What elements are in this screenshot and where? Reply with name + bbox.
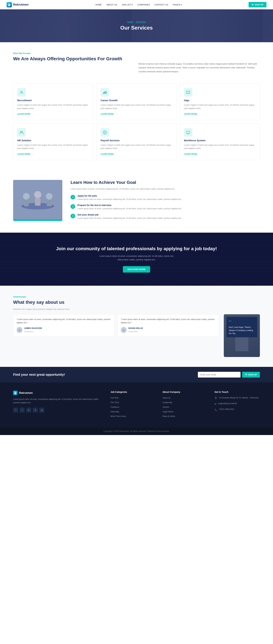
service-card-gigs: Gigs Luctus magnis ut taciti nam augue a… (180, 83, 260, 120)
about-link-news[interactable]: News & Article (162, 415, 175, 418)
list-item: Leadership (162, 401, 208, 404)
testi-tag: Testimonials (13, 296, 260, 298)
list-item: Full Time (111, 396, 156, 399)
signup-button[interactable]: SIGN UP (249, 2, 267, 8)
facebook-icon[interactable]: f (13, 408, 18, 412)
instagram-icon[interactable]: ig (39, 408, 44, 412)
gigs-link[interactable]: LEARN MORE → (184, 113, 200, 115)
list-item: Legal Notice (162, 410, 208, 413)
step-1-desc: Lorem ipsum dolor sit amet, consectetur … (77, 198, 182, 201)
recruitment-title: Recruitment (17, 99, 89, 102)
recruitment-link[interactable]: LEARN MORE → (17, 113, 33, 115)
step-3-title: Get your dream job (77, 214, 182, 216)
list-item: Careers (162, 406, 208, 408)
hero-title: Our Services (120, 25, 153, 31)
nav-companies[interactable]: COMPANIES (137, 4, 150, 6)
svg-rect-5 (104, 92, 105, 94)
svg-rect-15 (24, 200, 29, 206)
career-desc: Luctus magnis ut taciti nam augue arcu a… (101, 103, 172, 110)
hr-link[interactable]: LEARN MORE → (17, 153, 33, 155)
nav-home[interactable]: HOME (95, 4, 102, 6)
svg-rect-6 (106, 91, 106, 94)
service-card-payroll: Payroll Services Luctus magnis ut taciti… (96, 124, 177, 160)
recruitment-icon (17, 88, 26, 96)
testi-header: Testimonials What they say about us Sene… (13, 296, 260, 310)
testi-card-2: "Lorem ipsum dolor sit amet, consectetur… (117, 314, 219, 336)
nav-about[interactable]: ABOUT US (106, 4, 117, 6)
job-link-fulltime[interactable]: Full Time (111, 397, 119, 399)
testi-author-1: JAMES ISAACSON Designation. (16, 326, 111, 333)
copyright-text: Copyright © 2023 Rekrutmen, All rights r… (103, 430, 170, 432)
linkedin-icon[interactable]: in (26, 408, 31, 412)
footer-main: Rekrutmen Lorem ipsum dolor sit amet, co… (0, 382, 273, 428)
service-card-workforce: Workforce System Luctus magnis ut taciti… (180, 124, 260, 160)
workforce-link[interactable]: LEARN MORE → (184, 153, 200, 155)
career-link[interactable]: LEARN MORE → (101, 113, 116, 115)
provide-section: What We Provide We Are Always Offering O… (0, 42, 273, 83)
about-link-about[interactable]: About Us (162, 397, 170, 399)
payroll-title: Payroll Services (101, 139, 172, 142)
contact-title: Get In Touch (215, 391, 260, 393)
career-title: Career Growth (101, 99, 172, 102)
service-card-recruitment: Recruitment Luctus magnis ut taciti nam … (13, 83, 93, 120)
list-item: About Us (162, 396, 208, 399)
footer-brand: Rekrutmen Lorem ipsum dolor sit amet, co… (13, 391, 104, 419)
discover-button[interactable]: DISCOVER MORE (123, 266, 150, 272)
testi-cards-container: "Lorem ipsum dolor sit amet, consectetur… (13, 314, 219, 336)
about-link-legal[interactable]: Legal Notice (162, 410, 173, 413)
job-link-internship[interactable]: Internship (111, 410, 119, 413)
breadcrumb-current: SERVICES (136, 21, 146, 23)
provide-title: We Are Always Offering Opportunities For… (13, 56, 135, 62)
testi-title: What they say about us (13, 299, 260, 305)
job-link-freelance[interactable]: Freelance (111, 406, 119, 408)
contact-phone: 📞 +6221.2002.2012 (215, 408, 260, 412)
recruitment-desc: Luctus magnis ut taciti nam augue arcu a… (17, 103, 89, 110)
testi-quote-2: "Lorem ipsum dolor sit amet, consectetur… (121, 318, 215, 324)
breadcrumb-home[interactable]: HOME (127, 21, 133, 23)
step-1-title: Apply for the jobs (77, 194, 182, 197)
hero-section: HOME › SERVICES Our Services (0, 9, 273, 42)
service-card-hr: HR Solution Luctus magnis ut taciti nam … (13, 124, 93, 160)
svg-rect-4 (103, 93, 104, 94)
contact-email: ✉ support@yourmail.tld (215, 402, 260, 406)
logo[interactable]: Rekrutmen (6, 2, 28, 8)
hr-title: HR Solution (17, 139, 89, 142)
svg-point-27 (15, 392, 16, 393)
step-2-num: 2 (70, 204, 75, 209)
payroll-link[interactable]: LEARN MORE → (101, 153, 116, 155)
testimonials-section: Testimonials What they say about us Sene… (0, 286, 273, 367)
logo-icon (6, 2, 12, 8)
cta-desc: Lorem ipsum dolor sit amet, consectetur … (95, 254, 178, 262)
svg-point-21 (19, 328, 20, 330)
list-item: Freelance (111, 406, 156, 408)
footer-email-input[interactable] (198, 372, 241, 378)
about-link-careers[interactable]: Careers (162, 406, 170, 408)
list-item: Part Time (111, 401, 156, 404)
nav-contact[interactable]: CONTACT US (155, 4, 168, 6)
step-3-num: 3 (70, 214, 75, 218)
footer-desc: Lorem ipsum dolor sit amet, consectetur … (13, 398, 104, 405)
about-link-leadership[interactable]: Leadership (162, 401, 172, 404)
provide-desc: Montes vivamus nam rhoncus molestie augu… (138, 52, 260, 74)
job-link-wfh[interactable]: Work From Home (111, 415, 126, 418)
twitter-icon[interactable]: t (20, 408, 25, 412)
testi-quote-1: "Lorem ipsum dolor sit amet, consectetur… (16, 318, 111, 324)
testi-avatar-1 (16, 327, 22, 333)
svg-rect-20 (13, 219, 62, 221)
email-text: support@yourmail.tld (218, 402, 237, 405)
email-icon: ✉ (215, 402, 216, 406)
hr-icon (17, 128, 26, 137)
address-text: Jl Cempaka Wangi No 22 Jakarta - Indones… (219, 396, 259, 400)
job-link-parttime[interactable]: Part Time (111, 401, 119, 404)
services-section: Recruitment Luctus magnis ut taciti nam … (0, 83, 273, 170)
testi-side-image: Don't Lose Hope, There's Always A Compan… (224, 314, 260, 357)
svg-point-16 (34, 191, 41, 198)
cta-banner: Join our community of talented professio… (0, 233, 273, 286)
nav-joblist[interactable]: JOB LIST ▾ (122, 4, 133, 6)
footer-cta: Find your next great opportunity! SIGN U… (0, 367, 273, 382)
step-2-title: Prepare for the test & interview (77, 204, 182, 206)
workforce-icon (184, 128, 192, 137)
footer-signup-button[interactable]: SIGN UP (242, 372, 260, 378)
blogger-icon[interactable]: b (33, 408, 38, 412)
nav-pages[interactable]: PAGES ▾ (173, 4, 182, 6)
